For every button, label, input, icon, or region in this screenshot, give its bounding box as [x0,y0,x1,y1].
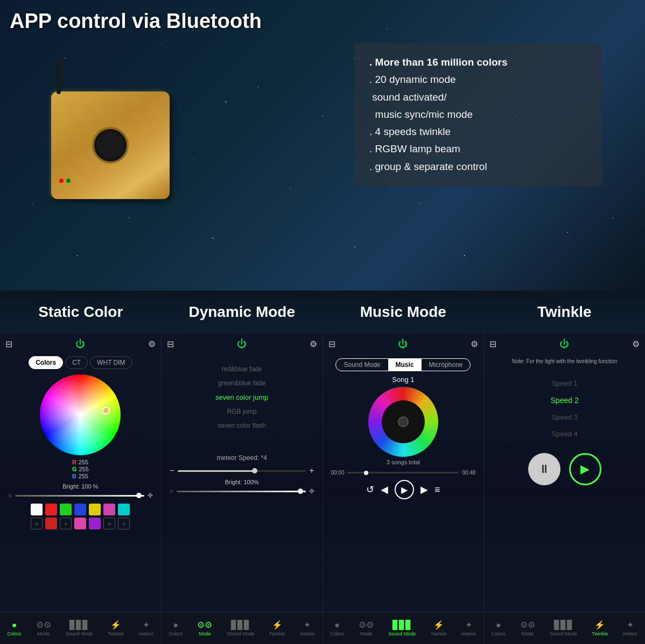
repeat-btn[interactable]: ↺ [366,484,374,496]
nav1-colors[interactable]: ● Colors [8,620,22,636]
mode-red-blue-fade[interactable]: red&blue fade [162,362,322,376]
tab-microphone[interactable]: Microphone [422,359,471,371]
meteor-nav-label-1: meteor [138,631,153,636]
progress-track[interactable] [347,472,459,473]
twinkle-nav-icon-4: ⚡ [594,620,605,630]
slider-thumb-2[interactable] [298,489,303,494]
play-btn[interactable]: ▶ [395,480,414,499]
nav4-twinkle[interactable]: ⚡ Twinkle [592,620,608,636]
swatch-red2[interactable] [45,518,57,529]
tab-music[interactable]: Music [388,359,422,371]
settings-icon-3[interactable]: ⚙ [471,339,478,349]
tab-sound-mode[interactable]: Sound Mode [336,359,388,371]
equalizer-icon-2[interactable]: ⊟ [167,339,174,349]
nav1-mode[interactable]: ⚙⚙ Mode [36,620,51,636]
tab-ct[interactable]: CT [65,356,88,369]
nav2-mode[interactable]: ⚙⚙ Mode [197,620,212,636]
speed-thumb[interactable] [252,468,257,473]
speed-plus[interactable]: + [309,466,314,476]
mode-rgb-jump[interactable]: RGB jump [162,405,322,419]
brightness-label-1: Bright: 100 % [62,483,98,490]
power-icon-2[interactable]: ⏻ [237,338,247,350]
add-swatch-4[interactable]: + [118,518,130,529]
brightness-slider-1[interactable]: ○ ✤ [8,492,153,499]
nav4-sound[interactable]: ▊▊▊ Sound Mode [550,620,577,636]
swatch-green[interactable] [60,504,72,515]
nav2-meteor[interactable]: ✦ meteor [300,620,315,636]
swatch-pink2[interactable] [74,518,86,529]
equalizer-icon-3[interactable]: ⊟ [328,339,335,349]
power-icon-1[interactable]: ⏻ [75,338,85,350]
nav3-mode[interactable]: ⚙⚙ Mode [359,620,374,636]
nav2-sound[interactable]: ▊▊▊ Sound Mode [227,620,255,636]
nav3-twinkle[interactable]: ⚡ Twinkle [431,620,447,636]
playlist-btn[interactable]: ≡ [434,484,440,496]
next-btn[interactable]: ▶ [420,484,428,496]
swatch-yellow[interactable] [89,504,101,515]
speed-track[interactable] [178,470,306,472]
tab-wht-dim[interactable]: WHT DIM [90,356,132,369]
add-swatch-2[interactable]: + [60,518,72,529]
rgb-values: R 255 G 255 B 255 [72,458,89,480]
brightness-max-icon-2: ✤ [309,487,314,495]
settings-icon-4[interactable]: ⚙ [632,339,640,349]
r-label: R [72,459,76,465]
tab-colors[interactable]: Colors [29,356,63,369]
color-wheel-container[interactable] [40,374,121,455]
slider-thumb-1[interactable] [136,493,142,498]
swatch-white[interactable] [31,504,43,515]
nav4-meteor[interactable]: ✦ meteor [622,620,637,636]
label-music-mode: Music Mode [322,303,484,321]
swatch-red[interactable] [45,504,57,515]
meteor-nav-label-4: meteor [622,631,637,636]
nav3-sound[interactable]: ▊▊▊ Sound Mode [388,620,416,636]
speed-4[interactable]: Speed 4 [484,426,645,442]
equalizer-icon-4[interactable]: ⊟ [489,339,496,349]
add-swatch-1[interactable]: + [31,518,43,529]
screen4-bottom-nav: ● Colors ⚙⚙ Mode ▊▊▊ Sound Mode ⚡ Twinkl… [484,612,645,644]
slider-track-1[interactable] [15,495,144,497]
settings-icon-2[interactable]: ⚙ [310,339,317,349]
nav4-mode[interactable]: ⚙⚙ Mode [520,620,535,636]
speed-2[interactable]: Speed 2 [484,392,645,409]
color-wheel[interactable] [40,374,121,455]
speed-minus[interactable]: − [170,466,174,476]
power-icon-4[interactable]: ⏻ [559,338,569,350]
sound-nav-label-4: Sound Mode [550,631,577,636]
equalizer-icon[interactable]: ⊟ [5,339,12,349]
nav1-meteor[interactable]: ✦ meteor [138,620,153,636]
progress-thumb[interactable] [364,471,368,475]
nav4-colors[interactable]: ● Colors [492,620,506,636]
feature-5: . RGBW lamp beam [369,140,587,158]
section-labels-row: Static Color Dynamic Mode Music Mode Twi… [0,291,645,334]
nav3-colors[interactable]: ● Colors [330,620,344,636]
nav2-colors[interactable]: ● Colors [169,620,183,636]
nav1-sound[interactable]: ▊▊▊ Sound Mode [66,620,93,636]
nav1-twinkle[interactable]: ⚡ Twinkle [108,620,124,636]
screens-row: ⊟ ⏻ ⚙ Colors CT WHT DIM R 255 G 255 B 25 [0,334,645,644]
play-button[interactable]: ▶ [569,453,601,485]
slider-track-2[interactable] [177,491,306,492]
swatch-purple[interactable] [89,518,101,529]
meteor-nav-label-2: meteor [300,631,315,636]
settings-icon-1[interactable]: ⚙ [148,339,156,349]
twinkle-nav-label-1: Twinkle [108,631,124,636]
prev-btn[interactable]: ◀ [381,484,388,496]
brightness-slider-2[interactable]: ○ ✤ [170,487,314,495]
pause-button[interactable]: ⏸ [528,453,560,485]
swatch-cyan[interactable] [118,504,130,515]
swatch-pink[interactable] [103,504,115,515]
swatch-blue[interactable] [74,504,86,515]
speed-1[interactable]: Speed 1 [484,375,645,392]
mode-seven-color-jump[interactable]: seven color jump [162,390,322,405]
swatches-row2: + + + + [31,518,130,529]
nav2-twinkle[interactable]: ⚡ Twinkle [269,620,285,636]
speed-slider-row[interactable]: − + [170,466,314,476]
add-swatch-3[interactable]: + [103,518,115,529]
nav3-meteor[interactable]: ✦ meteor [461,620,476,636]
speed-3[interactable]: Speed 3 [484,409,645,426]
mode-seven-color-flash[interactable]: seven color flash [162,419,322,433]
mode-green-blue-fade[interactable]: green&blue fade [162,376,322,390]
power-icon-3[interactable]: ⏻ [398,338,408,350]
vinyl-record [368,387,438,457]
